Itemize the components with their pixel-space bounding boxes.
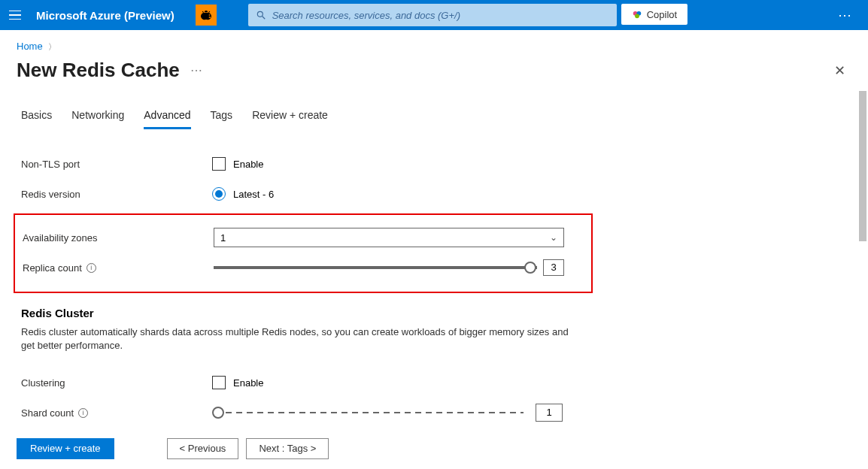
row-nontls: Non-TLS port Enable [21, 149, 847, 179]
tab-advanced[interactable]: Advanced [144, 109, 190, 129]
bug-icon [199, 8, 213, 22]
svg-line-1 [262, 17, 265, 20]
tab-networking[interactable]: Networking [71, 109, 124, 129]
svg-point-4 [635, 14, 639, 18]
breadcrumb: Home 〉 [0, 30, 868, 59]
slider-thumb[interactable] [212, 407, 224, 419]
checkbox-nontls[interactable] [212, 157, 226, 171]
row-availability-zones: Availability zones 1 ⌄ [15, 222, 591, 253]
title-more-icon[interactable]: ⋯ [190, 63, 202, 77]
label-redis-version: Redis version [21, 189, 212, 200]
tab-tags[interactable]: Tags [211, 109, 233, 129]
enable-label: Enable [233, 159, 263, 170]
replica-value[interactable]: 3 [543, 259, 564, 276]
label-availability-zones: Availability zones [23, 232, 214, 244]
slider-replica[interactable] [214, 266, 537, 269]
section-title-cluster: Redis Cluster [21, 307, 847, 319]
slider-thumb[interactable] [524, 262, 536, 274]
slider-shard[interactable] [212, 411, 524, 414]
previous-button[interactable]: < Previous [167, 438, 239, 459]
label-nontls: Non-TLS port [21, 159, 212, 170]
footer-bar: Review + create < Previous Next : Tags > [0, 427, 868, 469]
row-redis-version: Redis version Latest - 6 [21, 179, 847, 209]
tabs: Basics Networking Advanced Tags Review +… [21, 109, 847, 129]
enable-label-2: Enable [233, 377, 263, 389]
row-shard-count: Shard count i 1 [21, 398, 847, 428]
search-icon [256, 10, 266, 20]
page-title: New Redis Cache [17, 59, 180, 82]
title-row: New Redis Cache ⋯ ✕ [0, 59, 868, 89]
breadcrumb-home[interactable]: Home [17, 41, 43, 52]
search-container: Copilot [248, 4, 823, 26]
copilot-label: Copilot [647, 9, 677, 20]
content-area: Basics Networking Advanced Tags Review +… [0, 89, 868, 444]
info-icon[interactable]: i [86, 263, 96, 273]
section-desc-cluster: Redis cluster automatically shards data … [21, 325, 570, 353]
row-replica-count: Replica count i 3 [15, 253, 591, 283]
more-menu-icon[interactable]: ⋯ [832, 7, 859, 23]
checkbox-clustering[interactable] [212, 376, 226, 389]
top-bar: Microsoft Azure (Preview) Copilot ⋯ [0, 0, 868, 30]
search-box[interactable] [248, 4, 617, 26]
label-shard-count: Shard count [21, 407, 74, 419]
next-button[interactable]: Next : Tags > [246, 438, 329, 459]
copilot-icon [632, 9, 642, 20]
shard-value[interactable]: 1 [536, 404, 563, 422]
chevron-right-icon: 〉 [48, 42, 56, 51]
review-create-button[interactable]: Review + create [17, 438, 114, 459]
radio-redis-version[interactable] [212, 187, 226, 201]
preview-bug-button[interactable] [196, 5, 217, 26]
brand-label[interactable]: Microsoft Azure (Preview) [36, 9, 175, 22]
az-value: 1 [220, 232, 226, 244]
menu-icon[interactable] [9, 8, 24, 23]
select-availability-zones[interactable]: 1 ⌄ [214, 228, 564, 247]
copilot-button[interactable]: Copilot [621, 4, 687, 25]
highlight-box: Availability zones 1 ⌄ Replica count i [14, 213, 593, 293]
label-replica-count: Replica count [23, 262, 82, 274]
row-clustering: Clustering Enable [21, 368, 847, 398]
info-icon[interactable]: i [78, 408, 88, 418]
label-clustering: Clustering [21, 377, 212, 389]
tab-basics[interactable]: Basics [21, 109, 52, 129]
search-input[interactable] [272, 10, 609, 21]
chevron-down-icon: ⌄ [550, 232, 557, 243]
tab-review[interactable]: Review + create [252, 109, 328, 129]
close-icon[interactable]: ✕ [828, 59, 851, 82]
svg-point-0 [257, 11, 263, 17]
redis-version-value: Latest - 6 [233, 189, 274, 200]
